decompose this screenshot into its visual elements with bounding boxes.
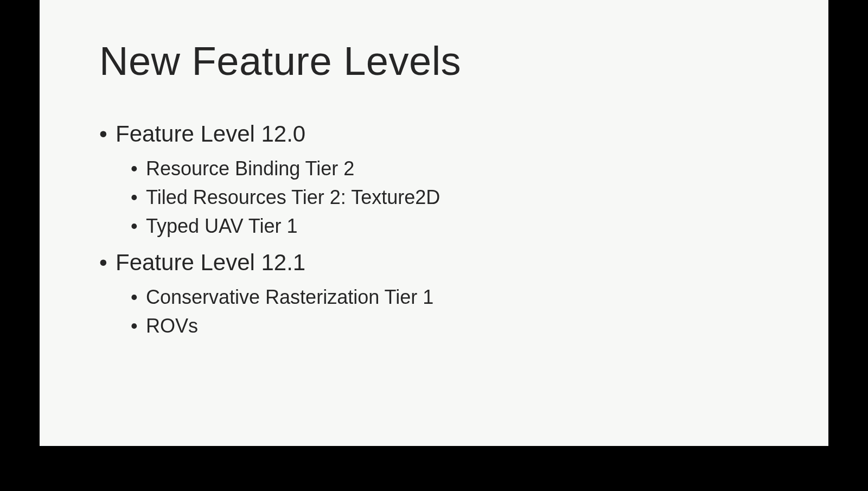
sub-bullet-text: ROVs — [146, 315, 198, 337]
sub-bullet-text: Typed UAV Tier 1 — [146, 215, 297, 237]
slide-title: New Feature Levels — [99, 38, 769, 84]
list-item: Conservative Rasterization Tier 1 — [131, 285, 769, 310]
bullet-text: Feature Level 12.1 — [116, 250, 305, 275]
list-item: Resource Binding Tier 2 — [131, 156, 769, 182]
bullet-list: Feature Level 12.0 Resource Binding Tier… — [99, 117, 769, 339]
sub-bullet-text: Tiled Resources Tier 2: Texture2D — [146, 186, 440, 208]
bullet-text: Feature Level 12.0 — [116, 121, 305, 146]
sub-bullet-text: Conservative Rasterization Tier 1 — [146, 286, 433, 308]
sub-bullet-list: Resource Binding Tier 2 Tiled Resources … — [131, 156, 769, 239]
list-item: Feature Level 12.1 Conservative Rasteriz… — [99, 245, 769, 339]
list-item: Typed UAV Tier 1 — [131, 214, 769, 239]
sub-bullet-text: Resource Binding Tier 2 — [146, 157, 354, 180]
list-item: Tiled Resources Tier 2: Texture2D — [131, 185, 769, 211]
presentation-slide: New Feature Levels Feature Level 12.0 Re… — [40, 0, 828, 446]
list-item: ROVs — [131, 314, 769, 339]
list-item: Feature Level 12.0 Resource Binding Tier… — [99, 117, 769, 239]
sub-bullet-list: Conservative Rasterization Tier 1 ROVs — [131, 285, 769, 339]
